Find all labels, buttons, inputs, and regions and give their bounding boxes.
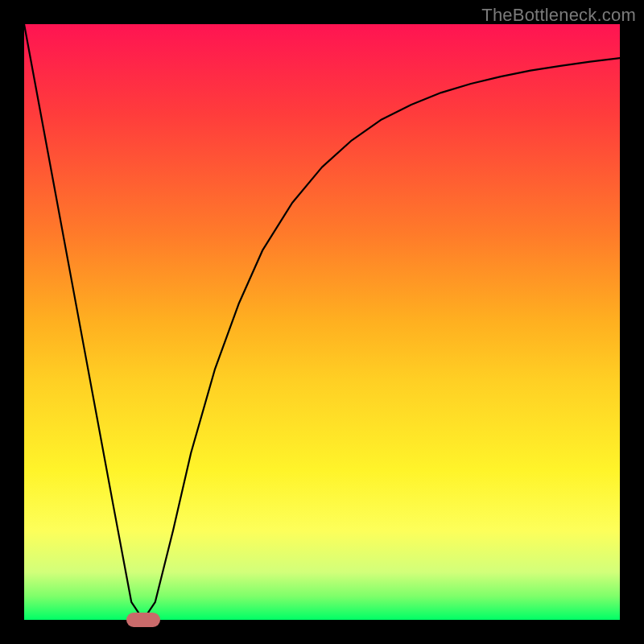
- chart-frame: TheBottleneck.com: [0, 0, 644, 644]
- bottleneck-curve: [24, 24, 620, 620]
- plot-area: [24, 24, 620, 620]
- curve-layer: [24, 24, 620, 620]
- watermark-text: TheBottleneck.com: [481, 5, 636, 26]
- minimum-marker: [126, 613, 160, 627]
